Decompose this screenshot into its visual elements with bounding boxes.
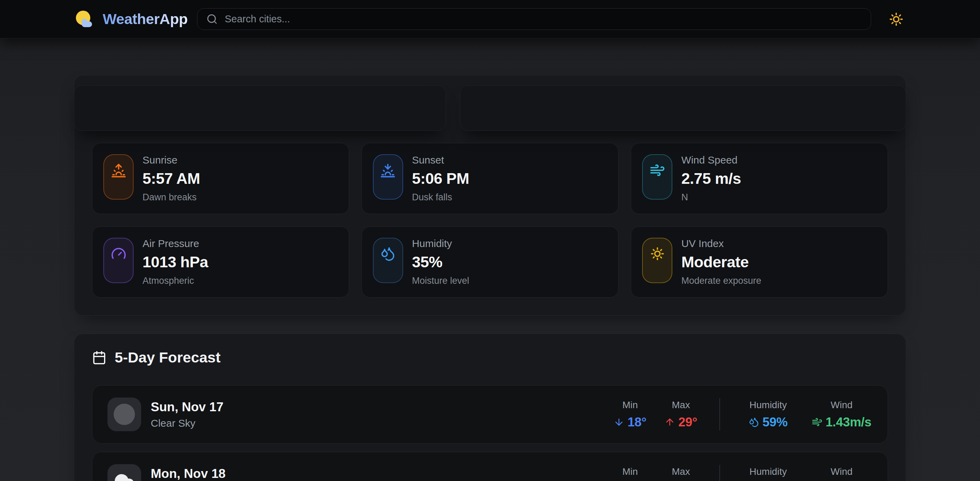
forecast-stats: Min 18° Max 29° <box>612 465 872 481</box>
cloud-icon <box>114 470 135 481</box>
main-content: Weather Conditions Sunrise 5:57 AM Dawn … <box>0 0 980 481</box>
metric-sub: Dawn breaks <box>143 192 200 203</box>
metric-label: Sunset <box>412 154 469 166</box>
stat-label: Min <box>622 466 638 477</box>
metric-label: Air Pressure <box>143 238 208 249</box>
sunset-icon <box>373 154 403 200</box>
metric-sub: N <box>681 192 741 203</box>
metric-card-sunset: Sunset 5:06 PM Dusk falls <box>361 143 619 214</box>
sun-icon <box>888 11 904 27</box>
metric-value: 35% <box>412 253 469 271</box>
stat-min: Min 18° <box>612 400 648 430</box>
stat-humidity: Humidity 67% <box>741 466 795 481</box>
metric-label: UV Index <box>681 238 761 249</box>
forecast-row-sun-nov-17[interactable]: Sun, Nov 17 Clear Sky Min 18° Max <box>92 385 888 444</box>
max-temp: 29° <box>678 415 697 430</box>
stat-wind: Wind 1.03m/s <box>811 466 872 481</box>
forecast-description: Clear Sky <box>151 417 224 429</box>
stats-divider <box>719 398 720 430</box>
stat-label: Wind <box>830 400 853 411</box>
stat-label: Wind <box>830 466 853 477</box>
sunrise-icon <box>103 154 134 200</box>
search-icon <box>206 13 218 25</box>
droplets-icon <box>373 238 403 283</box>
droplets-icon <box>749 417 759 427</box>
app-logo-icon <box>74 9 97 29</box>
metric-card-humidity: Humidity 35% Moisture level <box>361 226 619 298</box>
wind-icon <box>812 417 822 427</box>
metric-sub: Moderate exposure <box>681 276 761 286</box>
panel-title-text: 5-Day Forecast <box>115 349 220 366</box>
stat-max: Max 29° <box>663 400 699 430</box>
metric-card-sunrise: Sunrise 5:57 AM Dawn breaks <box>92 143 349 214</box>
clear-sky-icon <box>108 398 141 431</box>
metric-value: 5:06 PM <box>412 170 469 188</box>
arrow-down-icon <box>614 417 624 427</box>
forecast-row-mon-nov-18[interactable]: Mon, Nov 18 Scattered Clouds Min 18° Max <box>92 452 888 481</box>
forecast-title: 5-Day Forecast <box>92 349 888 366</box>
forecast-stats: Min 18° Max 29° <box>612 398 872 430</box>
forecast-day: Sun, Nov 17 <box>151 400 224 414</box>
app-header: WeatherApp <box>0 0 980 38</box>
metric-value: 5:57 AM <box>143 170 200 188</box>
stat-label: Max <box>672 400 690 411</box>
min-temp: 18° <box>627 415 646 430</box>
stat-max: Max 29° <box>663 466 699 481</box>
app-brand: WeatherApp <box>74 9 188 29</box>
calendar-icon <box>92 350 107 365</box>
stat-wind: Wind 1.43m/s <box>811 400 872 430</box>
partial-card-right <box>460 85 906 131</box>
metric-value: Moderate <box>681 253 761 271</box>
humidity-value: 59% <box>762 415 788 430</box>
metric-card-uv-index: UV Index Moderate Moderate exposure <box>631 226 888 298</box>
metric-label: Sunrise <box>143 154 200 166</box>
stat-min: Min 18° <box>612 466 648 481</box>
gauge-icon <box>103 238 134 283</box>
metric-label: Humidity <box>412 238 469 249</box>
search-bar <box>197 8 871 30</box>
metric-label: Wind Speed <box>681 154 741 166</box>
sun-icon <box>642 238 672 283</box>
arrow-up-icon <box>665 417 675 427</box>
stat-label: Max <box>672 466 690 477</box>
stat-label: Min <box>622 400 638 411</box>
forecast-day: Mon, Nov 18 <box>151 467 230 481</box>
stat-label: Humidity <box>749 466 787 477</box>
partial-card-left <box>74 85 446 131</box>
theme-toggle-button[interactable] <box>886 9 906 29</box>
conditions-grid: Sunrise 5:57 AM Dawn breaks Sunset 5:06 … <box>92 143 888 298</box>
metric-card-air-pressure: Air Pressure 1013 hPa Atmospheric <box>92 226 349 298</box>
scattered-clouds-icon <box>108 464 141 481</box>
metric-sub: Moisture level <box>412 276 469 286</box>
app-title: WeatherApp <box>103 11 188 27</box>
wind-value: 1.43m/s <box>826 415 872 430</box>
metric-sub: Atmospheric <box>143 276 208 286</box>
stat-humidity: Humidity 59% <box>741 400 795 430</box>
stats-divider <box>719 465 720 481</box>
stat-label: Humidity <box>749 400 787 411</box>
forecast-panel: 5-Day Forecast Sun, Nov 17 Clear Sky Min… <box>74 334 906 481</box>
search-input[interactable] <box>224 13 862 25</box>
metric-sub: Dusk falls <box>412 192 469 203</box>
scrolled-cards-row <box>74 85 906 131</box>
wind-icon <box>642 154 672 200</box>
metric-value: 2.75 m/s <box>681 170 741 188</box>
metric-card-wind-speed: Wind Speed 2.75 m/s N <box>631 143 888 214</box>
metric-value: 1013 hPa <box>143 253 208 271</box>
